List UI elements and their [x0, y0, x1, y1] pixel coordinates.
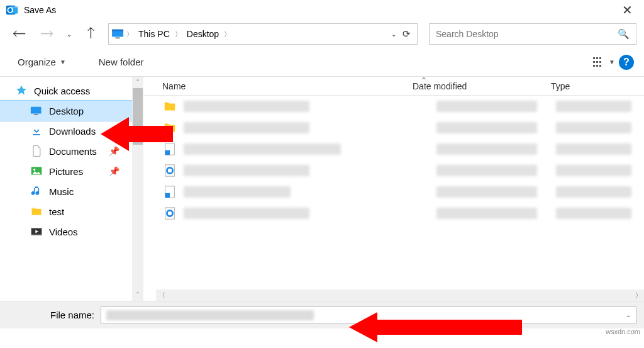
monitor-icon [30, 104, 43, 117]
svg-rect-7 [593, 57, 595, 59]
filename-row: File name: ⌄ [0, 301, 644, 328]
folder-icon [30, 205, 43, 218]
up-button[interactable]: 🡑 [80, 25, 102, 43]
svg-rect-2 [11, 7, 18, 8]
organize-label: Organize [18, 57, 56, 67]
horizontal-scrollbar[interactable]: 〈 〉 [156, 289, 644, 301]
svg-rect-5 [112, 30, 123, 31]
svg-rect-17 [34, 114, 38, 115]
toolbar: Organize ▼ New folder ▼ ? [0, 48, 644, 77]
pin-icon: 📌 [109, 166, 119, 176]
svg-rect-15 [599, 65, 601, 67]
chevron-right-icon[interactable]: 〉 [223, 30, 232, 39]
file-list: ⌃ Name Date modified Type 〈 〉 [143, 77, 644, 301]
list-item[interactable] [143, 160, 644, 181]
column-header-name[interactable]: Name [143, 81, 408, 91]
forward-button: 🡒 [36, 25, 58, 43]
svg-rect-13 [599, 57, 601, 59]
svg-rect-9 [593, 65, 595, 67]
help-icon[interactable]: ? [619, 55, 634, 70]
file-icon [162, 184, 177, 199]
outlook-icon [5, 3, 19, 17]
svg-rect-14 [599, 61, 601, 63]
list-item[interactable] [143, 181, 644, 203]
filename-label: File name: [50, 310, 94, 320]
chevron-down-icon: ▼ [60, 59, 66, 65]
nav-row: 🡐 🡒 ⌄ 🡑 〉 This PC 〉 Desktop 〉 ⌄ ⟳ 🔍 [0, 20, 644, 48]
svg-marker-32 [101, 117, 173, 151]
search-input[interactable] [436, 29, 618, 39]
column-header-type[interactable]: Type [546, 81, 644, 91]
close-icon[interactable]: ✕ [616, 0, 639, 20]
list-item[interactable] [143, 203, 644, 224]
sidebar: Quick access Desktop Downloads 📌 Documen… [0, 77, 143, 301]
sidebar-item-music[interactable]: Music [0, 181, 132, 201]
scroll-left-icon[interactable]: 〈 [156, 291, 167, 300]
sidebar-label: Music [49, 186, 74, 197]
svg-rect-11 [596, 61, 598, 63]
back-button[interactable]: 🡐 [9, 25, 30, 43]
annotation-arrow [101, 112, 176, 156]
document-icon [30, 145, 43, 157]
music-icon [30, 185, 43, 198]
address-bar[interactable]: 〉 This PC 〉 Desktop 〉 ⌄ ⟳ [108, 23, 418, 45]
column-header-date[interactable]: Date modified [408, 81, 546, 91]
svg-rect-8 [593, 61, 595, 63]
sidebar-item-videos[interactable]: Videos [0, 222, 132, 242]
pictures-icon [30, 165, 43, 177]
view-options-button[interactable]: ▼ [589, 53, 619, 71]
sidebar-label: Downloads [49, 126, 96, 137]
sidebar-label: Pictures [49, 166, 83, 177]
titlebar: Save As ✕ [0, 0, 644, 20]
breadcrumb-folder[interactable]: Desktop [183, 29, 223, 39]
sidebar-item-quick-access[interactable]: Quick access [0, 81, 132, 101]
svg-rect-16 [31, 106, 42, 113]
search-box[interactable]: 🔍 [429, 23, 636, 45]
sidebar-label: Quick access [34, 86, 90, 96]
svg-rect-12 [596, 65, 598, 67]
sidebar-item-test[interactable]: test [0, 201, 132, 222]
sidebar-label: Videos [49, 227, 78, 237]
breadcrumb-root[interactable]: This PC [135, 29, 174, 39]
filename-value [106, 310, 314, 320]
svg-point-20 [33, 169, 35, 171]
watermark: wsxdn.com [606, 328, 640, 335]
organize-button[interactable]: Organize ▼ [14, 54, 70, 70]
chevron-down-icon: ▼ [609, 59, 615, 65]
svg-rect-10 [596, 57, 598, 59]
edge-file-icon [162, 206, 177, 221]
window-title: Save As [24, 5, 616, 15]
edge-file-icon [162, 163, 177, 178]
annotation-arrow [349, 308, 525, 346]
sort-indicator-icon: ⌃ [420, 76, 428, 86]
star-icon [15, 84, 28, 97]
search-icon[interactable]: 🔍 [618, 28, 630, 40]
sidebar-label: test [49, 206, 64, 217]
scroll-up-icon[interactable]: ˆ [136, 77, 139, 88]
svg-marker-33 [349, 312, 522, 342]
svg-rect-29 [165, 193, 170, 198]
chevron-down-icon[interactable]: ⌄ [626, 312, 631, 318]
chevron-right-icon[interactable]: 〉 [125, 30, 135, 39]
history-dropdown[interactable]: ⌄ [64, 31, 74, 38]
new-folder-button[interactable]: New folder [95, 54, 148, 70]
sidebar-label: Documents [49, 146, 97, 157]
svg-rect-22 [31, 228, 42, 229]
video-icon [30, 225, 43, 238]
column-headers: Name Date modified Type [143, 77, 644, 96]
chevron-right-icon[interactable]: 〉 [174, 30, 183, 39]
list-item[interactable] [143, 138, 644, 160]
download-icon [30, 125, 43, 137]
sidebar-label: Desktop [49, 106, 84, 116]
main-area: Quick access Desktop Downloads 📌 Documen… [0, 77, 644, 301]
address-dropdown[interactable]: ⌄ [389, 31, 399, 38]
sidebar-scrollbar[interactable]: ˆ ˇ [132, 77, 143, 301]
list-item[interactable] [143, 117, 644, 138]
scroll-down-icon[interactable]: ˇ [136, 289, 139, 301]
svg-rect-18 [33, 134, 40, 135]
svg-rect-23 [31, 234, 42, 235]
sidebar-item-pictures[interactable]: Pictures 📌 [0, 161, 132, 181]
list-item[interactable] [143, 96, 644, 117]
refresh-icon[interactable]: ⟳ [399, 28, 414, 40]
scroll-right-icon[interactable]: 〉 [633, 291, 644, 300]
